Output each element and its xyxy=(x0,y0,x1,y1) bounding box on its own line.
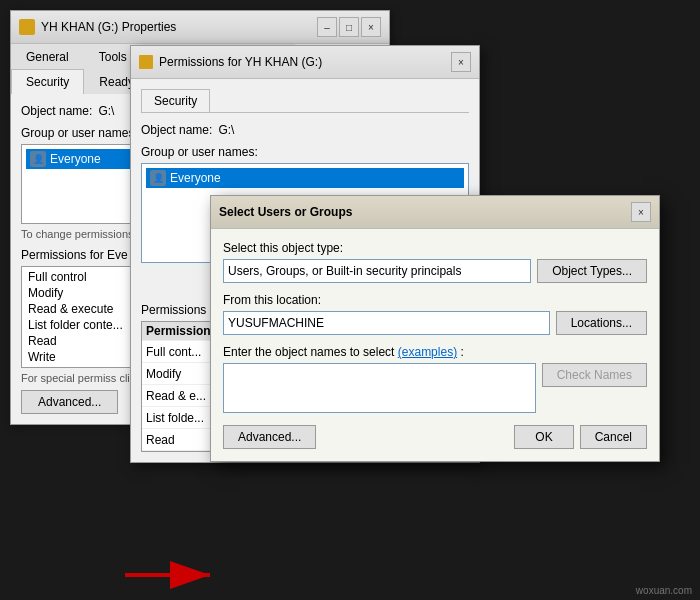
arrow-to-advanced xyxy=(125,555,225,598)
window-controls[interactable]: – □ × xyxy=(317,17,381,37)
location-row: Locations... xyxy=(223,311,647,335)
object-type-input[interactable] xyxy=(223,259,531,283)
perm-read-label: Read xyxy=(28,334,57,348)
perm-user-everyone[interactable]: 👤 Everyone xyxy=(146,168,464,188)
watermark: woxuan.com xyxy=(636,585,692,596)
permissions-tab-security[interactable]: Security xyxy=(141,89,210,112)
location-label: From this location: xyxy=(223,293,647,307)
maximize-button[interactable]: □ xyxy=(339,17,359,37)
enter-names-label: Enter the object names to select xyxy=(223,345,394,359)
perm-listfolder-label: List folder conte... xyxy=(28,318,123,332)
drive-icon xyxy=(19,19,35,35)
object-type-row: Object Types... xyxy=(223,259,647,283)
perm-user-icon: 👤 xyxy=(150,170,166,186)
select-users-dialog: Select Users or Groups × Select this obj… xyxy=(210,195,660,462)
permissions-dialog-close[interactable]: × xyxy=(451,52,471,72)
bg-user-everyone-label: Everyone xyxy=(50,152,101,166)
dialog-drive-icon xyxy=(139,55,153,69)
tab-security[interactable]: Security xyxy=(11,69,84,94)
cancel-button[interactable]: Cancel xyxy=(580,425,647,449)
permissions-dialog-tabs: Security xyxy=(141,89,469,113)
close-button[interactable]: × xyxy=(361,17,381,37)
perm-object-name-row: Object name: G:\ xyxy=(141,123,469,137)
bg-advanced-button[interactable]: Advanced... xyxy=(21,390,118,414)
colon: : xyxy=(460,345,463,359)
object-names-input[interactable] xyxy=(223,363,536,413)
object-names-section: Check Names xyxy=(223,363,647,413)
object-type-label: Select this object type: xyxy=(223,241,647,255)
perm-group-label: Group or user names: xyxy=(141,145,469,159)
check-names-button[interactable]: Check Names xyxy=(542,363,647,387)
perm-user-everyone-label: Everyone xyxy=(170,171,221,185)
minimize-button[interactable]: – xyxy=(317,17,337,37)
perm-write-label: Write xyxy=(28,350,56,364)
perm-fullcontrol-label: Full control xyxy=(28,270,87,284)
examples-link[interactable]: (examples) xyxy=(398,345,457,359)
select-users-bottom-row: Advanced... OK Cancel xyxy=(223,425,647,449)
permissions-dialog-title: Permissions for YH KHAN (G:) xyxy=(139,55,322,69)
ok-button[interactable]: OK xyxy=(514,425,573,449)
tab-general[interactable]: General xyxy=(11,44,84,69)
properties-title: YH KHAN (G:) Properties xyxy=(19,19,176,35)
select-users-titlebar: Select Users or Groups × xyxy=(211,196,659,229)
select-users-controls[interactable]: × xyxy=(631,202,651,222)
perm-object-name-label: Object name: xyxy=(141,123,212,137)
select-users-advanced-button[interactable]: Advanced... xyxy=(223,425,316,449)
object-name-label: Object name: xyxy=(21,104,92,118)
permissions-dialog-titlebar: Permissions for YH KHAN (G:) × xyxy=(131,46,479,79)
user-icon: 👤 xyxy=(30,151,46,167)
select-users-content: Select this object type: Object Types...… xyxy=(211,229,659,461)
properties-titlebar: YH KHAN (G:) Properties – □ × xyxy=(11,11,389,44)
perm-object-name-value: G:\ xyxy=(218,123,234,137)
perm-readexecute-label: Read & execute xyxy=(28,302,113,316)
location-input[interactable] xyxy=(223,311,550,335)
permissions-dialog-controls[interactable]: × xyxy=(451,52,471,72)
object-name-value: G:\ xyxy=(98,104,114,118)
enter-names-row: Enter the object names to select (exampl… xyxy=(223,345,647,359)
perm-modify-label: Modify xyxy=(28,286,63,300)
locations-button[interactable]: Locations... xyxy=(556,311,647,335)
object-types-button[interactable]: Object Types... xyxy=(537,259,647,283)
ok-cancel-row: OK Cancel xyxy=(514,425,647,449)
select-users-title: Select Users or Groups xyxy=(219,205,352,219)
select-users-close[interactable]: × xyxy=(631,202,651,222)
